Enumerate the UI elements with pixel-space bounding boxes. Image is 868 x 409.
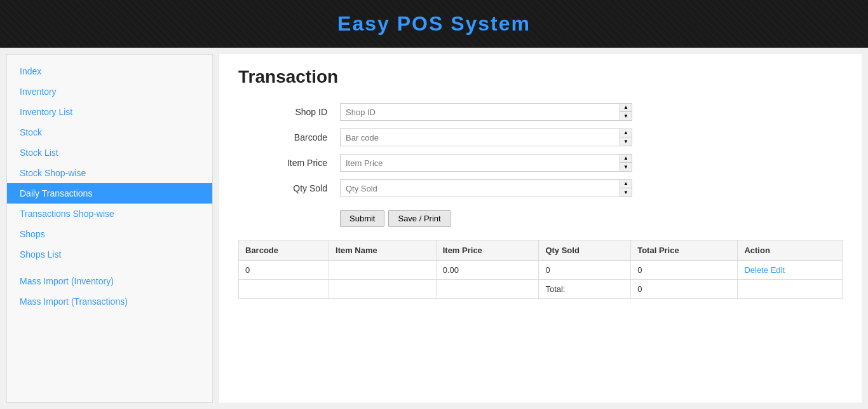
sidebar-item-inventory-list[interactable]: Inventory List: [7, 102, 212, 122]
app-header: Easy POS System: [0, 0, 868, 48]
item-price-input[interactable]: [341, 155, 620, 171]
cell-barcode: 0: [239, 261, 329, 280]
sidebar-divider: [7, 265, 212, 271]
shop-id-input[interactable]: [341, 104, 620, 120]
shop-id-row: Shop ID ▲ ▼: [238, 103, 843, 121]
qty-sold-input[interactable]: [341, 180, 620, 197]
sidebar-item-mass-import-inventory[interactable]: Mass Import (Inventory): [7, 271, 212, 291]
sidebar-item-mass-import-transactions[interactable]: Mass Import (Transactions): [7, 291, 212, 312]
item-price-label: Item Price: [238, 158, 340, 168]
footer-total-value: 0: [631, 280, 738, 299]
sidebar-item-daily-transactions[interactable]: Daily Transactions: [7, 183, 212, 204]
cell-qty-sold: 0: [539, 261, 631, 280]
shop-id-down-btn[interactable]: ▼: [620, 112, 632, 120]
barcode-input[interactable]: [341, 129, 620, 146]
save-print-button[interactable]: Save / Print: [388, 210, 450, 227]
col-item-price: Item Price: [436, 240, 539, 261]
form-buttons: Submit Save / Print: [340, 210, 843, 227]
qty-sold-down-btn[interactable]: ▼: [620, 188, 632, 197]
footer-item-name: [329, 280, 437, 299]
table-row: 0 0.00 0 0 Delete Edit: [239, 261, 843, 280]
sidebar-item-stock-list[interactable]: Stock List: [7, 142, 212, 163]
item-price-down-btn[interactable]: ▼: [620, 163, 632, 171]
col-qty-sold: Qty Sold: [539, 240, 631, 261]
barcode-label: Barcode: [238, 132, 340, 142]
table-footer-row: Total: 0: [239, 280, 843, 299]
barcode-down-btn[interactable]: ▼: [620, 137, 632, 146]
cell-action: Delete Edit: [738, 261, 843, 280]
table-body: 0 0.00 0 0 Delete Edit Total:: [239, 261, 843, 299]
submit-button[interactable]: Submit: [340, 210, 384, 227]
page-title: Transaction: [238, 67, 843, 87]
qty-sold-input-wrapper: ▲ ▼: [340, 179, 632, 197]
sidebar-item-transactions-shop-wise[interactable]: Transactions Shop-wise: [7, 204, 212, 224]
main-layout: Index Inventory Inventory List Stock Sto…: [0, 48, 868, 409]
barcode-up-btn[interactable]: ▲: [620, 129, 632, 137]
item-price-up-btn[interactable]: ▲: [620, 155, 632, 163]
cell-item-name: [329, 261, 437, 280]
col-total-price: Total Price: [631, 240, 738, 261]
table-header: Barcode Item Name Item Price Qty Sold To…: [239, 240, 843, 261]
footer-action: [738, 280, 843, 299]
shop-id-spinner: ▲ ▼: [620, 104, 632, 120]
footer-item-price: [436, 280, 539, 299]
qty-sold-label: Qty Sold: [238, 183, 340, 193]
shop-id-label: Shop ID: [238, 107, 340, 117]
sidebar-item-inventory[interactable]: Inventory: [7, 81, 212, 102]
transactions-table: Barcode Item Name Item Price Qty Sold To…: [238, 240, 843, 299]
app-title: Easy POS System: [337, 12, 531, 36]
sidebar: Index Inventory Inventory List Stock Sto…: [6, 54, 213, 403]
main-content: Transaction Shop ID ▲ ▼ Barcode: [219, 54, 862, 403]
sidebar-item-shops-list[interactable]: Shops List: [7, 244, 212, 265]
barcode-input-wrapper: ▲ ▼: [340, 128, 632, 146]
delete-link[interactable]: Delete: [744, 265, 768, 275]
col-barcode: Barcode: [239, 240, 329, 261]
barcode-row: Barcode ▲ ▼: [238, 128, 843, 146]
col-action: Action: [738, 240, 843, 261]
col-item-name: Item Name: [329, 240, 437, 261]
item-price-input-wrapper: ▲ ▼: [340, 154, 632, 172]
item-price-spinner: ▲ ▼: [620, 155, 632, 171]
sidebar-item-shops[interactable]: Shops: [7, 224, 212, 244]
qty-sold-row: Qty Sold ▲ ▼: [238, 179, 843, 197]
qty-sold-up-btn[interactable]: ▲: [620, 180, 632, 188]
transaction-form: Shop ID ▲ ▼ Barcode ▲ ▼: [238, 103, 843, 197]
barcode-spinner: ▲ ▼: [620, 129, 632, 146]
item-price-row: Item Price ▲ ▼: [238, 154, 843, 172]
cell-total-price: 0: [631, 261, 738, 280]
sidebar-item-index[interactable]: Index: [7, 61, 212, 81]
cell-item-price: 0.00: [436, 261, 539, 280]
sidebar-item-stock[interactable]: Stock: [7, 122, 212, 142]
footer-total-label: Total:: [539, 280, 631, 299]
sidebar-item-stock-shop-wise[interactable]: Stock Shop-wise: [7, 163, 212, 183]
footer-barcode: [239, 280, 329, 299]
qty-sold-spinner: ▲ ▼: [620, 180, 632, 197]
shop-id-input-wrapper: ▲ ▼: [340, 103, 632, 121]
table-header-row: Barcode Item Name Item Price Qty Sold To…: [239, 240, 843, 261]
shop-id-up-btn[interactable]: ▲: [620, 104, 632, 112]
edit-link[interactable]: Edit: [771, 265, 785, 275]
